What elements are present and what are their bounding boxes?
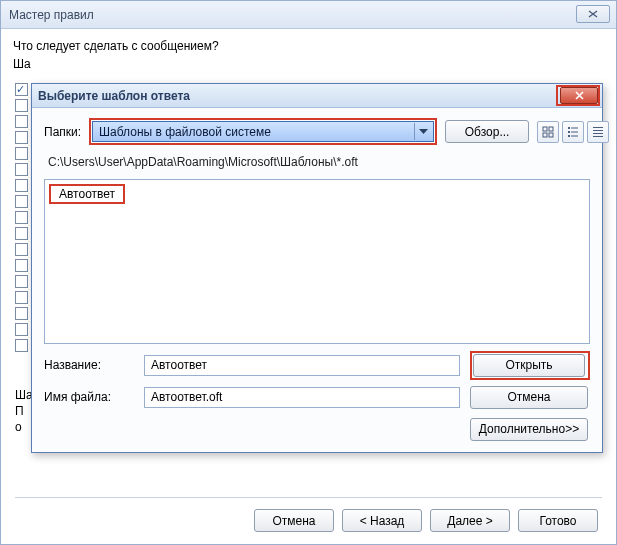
folders-label: Папки: <box>44 125 81 139</box>
modal-title: Выберите шаблон ответа <box>38 89 190 103</box>
highlight-frame: Открыть <box>470 351 590 380</box>
modal-body: Папки: Шаблоны в файловой системе Обзор.… <box>32 108 602 452</box>
action-checkbox[interactable] <box>15 323 28 336</box>
svg-rect-2 <box>543 133 547 137</box>
back-button[interactable]: < Назад <box>342 509 422 532</box>
cancel-button[interactable]: Отмена <box>254 509 334 532</box>
filename-input[interactable] <box>144 387 460 408</box>
outer-body: Что следует сделать с сообщением? Ша Ша … <box>1 29 616 544</box>
action-checkbox[interactable] <box>15 131 28 144</box>
filename-label: Имя файла: <box>44 390 134 404</box>
chevron-down-icon <box>414 123 431 140</box>
rules-wizard-window: Мастер правил Что следует сделать с сооб… <box>0 0 617 545</box>
details-view-icon <box>592 126 604 138</box>
action-checkbox[interactable] <box>15 307 28 320</box>
svg-rect-11 <box>593 130 603 131</box>
highlight-frame: Автоответ <box>49 184 125 204</box>
svg-rect-6 <box>568 131 570 133</box>
view-details-button[interactable] <box>587 121 609 143</box>
view-mode-buttons <box>537 121 609 143</box>
outer-window-title: Мастер правил <box>9 8 94 22</box>
name-label: Название: <box>44 358 134 372</box>
modal-cancel-button[interactable]: Отмена <box>470 386 588 409</box>
action-checkbox[interactable] <box>15 83 28 96</box>
action-checkbox[interactable] <box>15 275 28 288</box>
view-list-button[interactable] <box>562 121 584 143</box>
modal-bottom-grid: Название: Открыть Имя файла: Отмена Допо… <box>44 352 590 442</box>
action-checkbox[interactable] <box>15 99 28 112</box>
action-checkbox[interactable] <box>15 211 28 224</box>
separator <box>15 497 602 498</box>
close-icon <box>588 10 598 18</box>
outer-titlebar: Мастер правил <box>1 1 616 29</box>
action-checkbox[interactable] <box>15 195 28 208</box>
action-checkbox[interactable] <box>15 163 28 176</box>
browse-button[interactable]: Обзор... <box>445 120 529 143</box>
current-path: C:\Users\User\AppData\Roaming\Microsoft\… <box>44 153 590 171</box>
next-button[interactable]: Далее > <box>430 509 510 532</box>
wizard-prompt: Что следует сделать с сообщением? <box>13 39 604 53</box>
wizard-button-row: Отмена < Назад Далее > Готово <box>254 509 598 532</box>
name-input[interactable] <box>144 355 460 376</box>
step1-label: Ша <box>13 57 604 71</box>
svg-rect-3 <box>549 133 553 137</box>
large-icons-icon <box>542 126 554 138</box>
action-checkbox[interactable] <box>15 291 28 304</box>
modal-titlebar: Выберите шаблон ответа <box>32 84 602 108</box>
action-checkbox[interactable] <box>15 227 28 240</box>
highlight-frame: Шаблоны в файловой системе <box>89 118 437 145</box>
svg-rect-5 <box>571 127 578 128</box>
svg-rect-4 <box>568 127 570 129</box>
folders-dropdown-value: Шаблоны в файловой системе <box>99 125 271 139</box>
select-reply-template-dialog: Выберите шаблон ответа Папки: Шаблоны в … <box>31 83 603 453</box>
file-list[interactable]: Автоответ <box>44 179 590 344</box>
svg-rect-0 <box>543 127 547 131</box>
svg-rect-13 <box>593 136 603 137</box>
action-checkbox[interactable] <box>15 259 28 272</box>
svg-rect-12 <box>593 133 603 134</box>
open-button[interactable]: Открыть <box>473 354 585 377</box>
list-view-icon <box>567 126 579 138</box>
advanced-button[interactable]: Дополнительно>> <box>470 418 588 441</box>
action-checkbox[interactable] <box>15 179 28 192</box>
file-item[interactable]: Автоответ <box>55 186 119 202</box>
svg-rect-7 <box>571 131 578 132</box>
action-checkbox[interactable] <box>15 339 28 352</box>
action-checkbox[interactable] <box>15 115 28 128</box>
modal-close-button[interactable] <box>560 87 598 104</box>
svg-rect-1 <box>549 127 553 131</box>
svg-rect-10 <box>593 127 603 128</box>
folders-row: Папки: Шаблоны в файловой системе Обзор.… <box>44 118 590 145</box>
close-icon <box>574 91 585 100</box>
action-checkbox-column <box>15 83 28 352</box>
svg-rect-8 <box>568 135 570 137</box>
folders-dropdown[interactable]: Шаблоны в файловой системе <box>92 121 434 142</box>
action-checkbox[interactable] <box>15 243 28 256</box>
action-checkbox[interactable] <box>15 147 28 160</box>
svg-rect-9 <box>571 135 578 136</box>
outer-close-button[interactable] <box>576 5 610 23</box>
view-large-icons-button[interactable] <box>537 121 559 143</box>
finish-button[interactable]: Готово <box>518 509 598 532</box>
